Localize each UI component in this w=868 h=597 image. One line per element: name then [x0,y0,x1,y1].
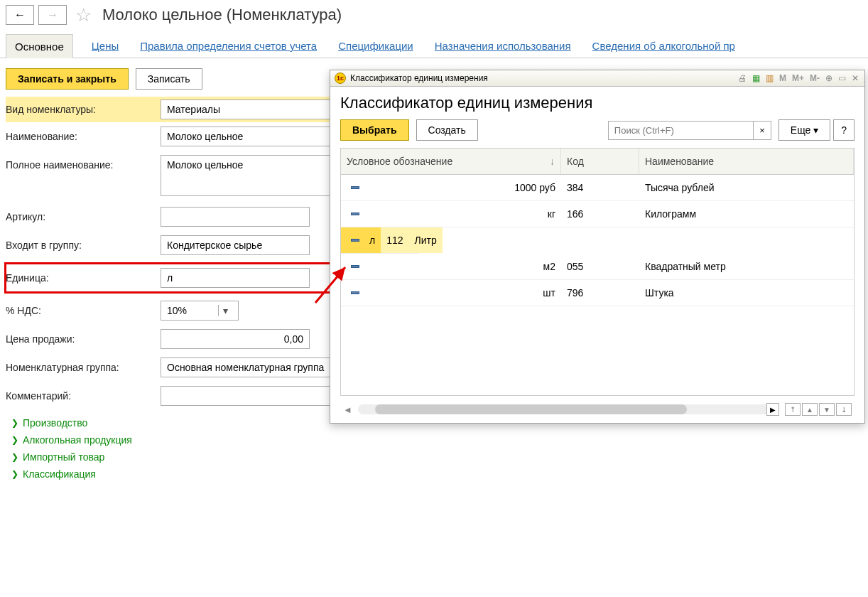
row-icon [351,291,359,294]
unit-input[interactable] [161,268,310,288]
nav-back-button[interactable]: ← [6,5,34,25]
row-symbol: м2 [543,261,555,272]
tab-accounting[interactable]: Правила определения счетов учета [137,34,320,58]
col-header-symbol[interactable]: Условное обозначение↓ [341,149,561,174]
vat-value: 10% [167,305,187,316]
help-button[interactable]: ? [833,119,855,141]
row-name: Литр [409,227,443,253]
search-clear-button[interactable]: × [754,121,771,140]
tab-main[interactable]: Основное [6,34,73,58]
section-classification[interactable]: ❯Классификация [6,466,862,483]
tab-specifications[interactable]: Спецификации [335,34,416,58]
chevron-down-icon: ▾ [813,124,818,136]
select-button[interactable]: Выбрать [340,119,409,141]
units-classifier-dialog: 1c Классификатор единиц измерения 🖨 ▦ ▥ … [330,70,865,424]
section-label: Импортный товар [23,451,104,463]
fullname-label: Полное наименование: [6,155,161,171]
chevron-right-icon: ❯ [11,452,18,462]
memory-mminus-icon[interactable]: M- [808,73,821,83]
save-button[interactable]: Записать [136,68,202,90]
zoom-in-icon[interactable]: ⊕ [824,73,834,83]
more-button[interactable]: Еще ▾ [779,119,830,141]
row-symbol: кг [548,208,555,220]
more-label: Еще [791,124,811,136]
chevron-right-icon: ❯ [11,469,18,479]
col-header-code[interactable]: Код [561,149,639,174]
tabs-bar: Основное Цены Правила определения счетов… [0,34,868,58]
grid-up-button[interactable]: ▲ [802,403,818,416]
article-input[interactable] [161,207,310,227]
row-name: Килограмм [639,201,854,227]
group-label: Входит в группу: [6,235,161,251]
price-input[interactable] [161,329,310,349]
table-row[interactable]: кг166Килограмм [341,201,854,227]
row-symbol: шт [543,287,555,298]
dialog-titlebar[interactable]: 1c Классификатор единиц измерения 🖨 ▦ ▥ … [330,70,864,87]
arrow-left-icon: ← [14,9,26,21]
page-title: Молоко цельное (Номенклатура) [102,6,342,24]
sort-arrow-down-icon: ↓ [550,156,555,167]
row-icon [351,213,359,215]
name-label: Наименование: [6,127,161,142]
article-label: Артикул: [6,207,161,222]
horizontal-scrollbar[interactable]: ▶ [358,404,779,414]
row-code: 384 [561,175,639,200]
row-symbol: л [369,235,375,246]
section-label: Производство [23,417,87,429]
comment-label: Комментарий: [6,386,161,402]
row-icon [351,186,359,189]
table-row[interactable]: л112Литр [341,227,419,254]
chevron-right-icon: ❯ [11,435,18,445]
calendar-icon[interactable]: ▥ [764,73,775,83]
favorite-star-icon[interactable]: ☆ [71,3,95,27]
section-label: Классификация [23,468,96,480]
row-name: Тысяча рублей [639,175,854,200]
units-grid: Условное обозначение↓ Код Наименование 1… [340,148,855,396]
calculator-icon[interactable]: ▦ [751,73,761,83]
price-label: Цена продажи: [6,329,161,345]
scroll-left-icon[interactable]: ◄ [343,404,352,415]
col-header-name[interactable]: Наименование [639,149,854,174]
table-row[interactable]: шт796Штука [341,280,854,306]
create-button[interactable]: Создать [416,119,478,141]
table-row[interactable]: м2055Квадратный метр [341,254,854,280]
print-icon[interactable]: 🖨 [737,73,748,83]
group-input[interactable] [161,235,310,255]
scroll-right-icon[interactable]: ▶ [766,403,779,416]
chevron-down-icon: ▾ [218,305,232,316]
dialog-heading: Классификатор единиц измерения [330,87,864,117]
memory-m-icon[interactable]: M [778,73,788,83]
section-import[interactable]: ❯Импортный товар [6,448,862,466]
save-and-close-button[interactable]: Записать и закрыть [6,68,129,90]
search-input[interactable] [608,121,754,140]
unit-label: Единица: [6,268,161,284]
app-1c-icon: 1c [335,72,346,84]
row-code: 112 [381,227,408,253]
section-label: Алкогольная продукция [23,434,132,446]
tab-prices[interactable]: Цены [89,34,122,58]
dialog-window-title: Классификатор единиц измерения [350,73,488,83]
section-alcohol[interactable]: ❯Алкогольная продукция [6,431,862,448]
row-code: 166 [561,201,639,227]
vat-label: % НДС: [6,301,161,316]
row-name: Штука [639,280,854,306]
scrollbar-thumb[interactable] [375,404,687,414]
memory-mplus-icon[interactable]: M+ [791,73,805,83]
row-symbol: 1000 руб [514,182,555,193]
nomgroup-label: Номенклатурная группа: [6,357,161,373]
chevron-right-icon: ❯ [11,418,18,428]
tab-alcohol[interactable]: Сведения об алкогольной пр [590,34,738,58]
nav-forward-button[interactable]: → [38,5,67,25]
row-code: 055 [561,254,639,279]
minimize-icon[interactable]: ▭ [837,73,847,83]
row-code: 796 [561,280,639,306]
tab-usages[interactable]: Назначения использования [432,34,574,58]
grid-first-button[interactable]: ⤒ [785,403,801,416]
table-row[interactable]: 1000 руб384Тысяча рублей [341,175,854,201]
close-icon[interactable]: ✕ [850,73,860,83]
grid-down-button[interactable]: ▼ [819,403,835,416]
arrow-right-icon: → [47,9,58,21]
kind-label: Вид номенклатуры: [6,100,161,115]
grid-last-button[interactable]: ⤓ [836,403,852,416]
vat-select[interactable]: 10% ▾ [161,301,239,321]
